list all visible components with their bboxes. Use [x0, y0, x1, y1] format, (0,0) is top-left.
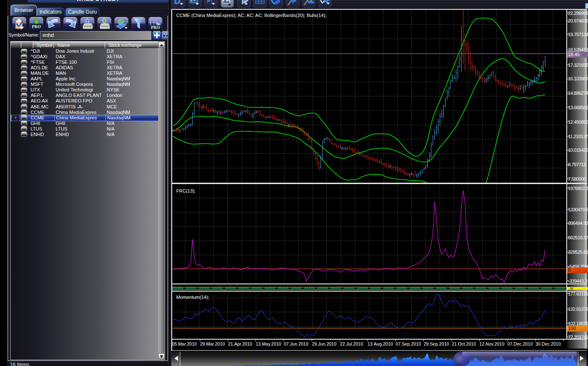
- svg-text:PRO: PRO: [151, 25, 160, 30]
- svg-text:PRO: PRO: [32, 24, 41, 29]
- svg-text:D: D: [174, 0, 180, 6]
